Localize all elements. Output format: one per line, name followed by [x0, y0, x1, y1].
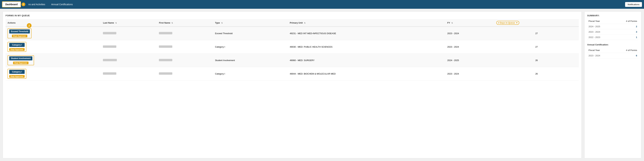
forms-link[interactable]: 3 [636, 31, 637, 33]
nav-item-certifications[interactable]: Annual Certifications [48, 2, 76, 7]
summary-fy: 2022 - 2023 [587, 35, 613, 40]
col-actions: Actions [6, 19, 101, 27]
days-cell: 27 [494, 40, 579, 54]
queue-title: FORMS IN MY QUEUE [6, 14, 579, 17]
annual-fy: 2023 - 2024 [587, 53, 613, 58]
blurred-first-name [159, 45, 172, 48]
action-badge: Dept Approver [13, 62, 28, 64]
fy-cell: 2023 - 2024 [445, 27, 494, 40]
fy-cell: 2023 - 2024 [445, 40, 494, 54]
annotation-circle-2: 2 [27, 23, 32, 28]
summary-col-forms: # of Forms [613, 19, 638, 24]
table-row: Category IDept ApproverCategory I49044 -… [6, 67, 579, 80]
type-cell: Exceed Threshold [213, 27, 288, 40]
type-cell: Category I [213, 40, 288, 54]
last-name-cell [101, 40, 157, 54]
fy-cell: 2023 - 2024 [445, 67, 494, 80]
action-button[interactable]: Category I [9, 70, 25, 74]
blurred-first-name [159, 72, 172, 75]
action-button[interactable]: Exceed Threshold [9, 29, 30, 33]
sort-firstname-icon: ⇅ [172, 22, 173, 24]
first-name-cell [157, 27, 213, 40]
annual-col-fy: Fiscal Year [587, 48, 613, 53]
annual-row: 2023 - 20246 [587, 53, 638, 58]
unit-cell: 49044 - MED: BIOCHEM & MOLECULAR MED [288, 67, 445, 80]
summary-col-fy: Fiscal Year [587, 19, 613, 24]
blurred-first-name [159, 59, 172, 61]
action-badge: Dept Approver [9, 75, 25, 78]
annual-cert-table: Fiscal Year # of Forms 2023 - 20246 [587, 48, 638, 58]
unit-cell: 49231 - MED INT MED-INFECTIOUS DISEASE [288, 27, 445, 40]
annual-cert-title: Annual Certification: [587, 43, 638, 46]
col-last-name[interactable]: Last Name ⇅ [101, 19, 157, 27]
table-row: Student InvolvementDept ApproverStudent … [6, 54, 579, 67]
sort-lastname-icon: ⇅ [115, 22, 117, 24]
nav-item-dashboard[interactable]: Dashboard [2, 1, 21, 8]
summary-title: SUMMARY: [587, 14, 638, 17]
summary-fy: 2023 - 2024 [587, 29, 613, 35]
summary-forms-table: Fiscal Year # of Forms 2024 - 202522023 … [587, 19, 638, 40]
table-row: Exceed ThresholdDept ApproverExceed Thre… [6, 27, 579, 40]
summary-forms[interactable]: 3 [613, 29, 638, 35]
action-cell: Category IDept Approver [6, 40, 101, 54]
days-header-highlight: # Days in Queue [496, 21, 519, 25]
header: Dashboard 1 ns and Activities Annual Cer… [0, 0, 644, 9]
action-button[interactable]: Category I [9, 43, 25, 47]
annual-header: Fiscal Year # of Forms [587, 48, 638, 53]
sort-fy-icon: ⇅ [452, 22, 453, 24]
blurred-last-name [103, 72, 116, 75]
col-type[interactable]: Type ⇅ [213, 19, 288, 27]
action-cell: Category IDept Approver [6, 67, 101, 80]
days-cell: 26 [494, 54, 579, 67]
action-button[interactable]: Student Involvement [9, 56, 32, 60]
fy-cell: 2024 - 2025 [445, 54, 494, 67]
nav-bar: Dashboard 1 ns and Activities Annual Cer… [2, 1, 625, 8]
table-header-row: Actions Last Name ⇅ First Name ⇅ Type ⇅ … [6, 19, 579, 27]
days-cell: 26 [494, 67, 579, 80]
annual-col-forms: # of Forms [613, 48, 638, 53]
annual-forms-link[interactable]: 6 [636, 54, 637, 57]
action-cell: Student InvolvementDept Approver [6, 54, 101, 67]
col-fy[interactable]: FY ⇅ [445, 19, 494, 27]
col-first-name[interactable]: First Name ⇅ [157, 19, 213, 27]
summary-forms[interactable]: 1 [613, 35, 638, 40]
summary-forms-header: Fiscal Year # of Forms [587, 19, 638, 24]
blurred-last-name [103, 59, 117, 61]
nav-item-activities[interactable]: ns and Activities [25, 2, 48, 7]
forms-link[interactable]: 1 [636, 36, 637, 39]
annual-forms[interactable]: 6 [613, 53, 638, 58]
type-cell: Category I [213, 67, 288, 80]
left-panel: FORMS IN MY QUEUE Actions Last Name ⇅ Fi… [3, 12, 582, 158]
sort-type-icon: ⇅ [221, 22, 222, 24]
nav-badge-1: 1 [22, 3, 25, 6]
unit-cell: 49030 - MED: PUBLIC HEALTH SCIENCES [288, 40, 445, 54]
first-name-cell [157, 54, 213, 67]
col-days-in-queue[interactable]: # Days in Queue [494, 19, 579, 27]
blurred-last-name [103, 32, 116, 34]
summary-forms[interactable]: 2 [613, 24, 638, 29]
nav-item-activities-wrapper: 1 ns and Activities [21, 2, 48, 7]
action-badge: Dept Approver [9, 48, 25, 51]
summary-row: 2024 - 20252 [587, 24, 638, 29]
action-badge: Dept Approver [12, 35, 27, 37]
summary-fy: 2024 - 2025 [587, 24, 613, 29]
col-primary-unit[interactable]: Primary Unit ⇅ [288, 19, 445, 27]
blurred-last-name [103, 45, 116, 48]
notifications-button[interactable]: Notifications [625, 2, 642, 7]
forms-link[interactable]: 2 [636, 25, 637, 28]
sort-days-icon [516, 22, 518, 23]
first-name-cell [157, 67, 213, 80]
type-cell: Student Involvement [213, 54, 288, 67]
last-name-cell [101, 27, 157, 40]
main-container: FORMS IN MY QUEUE Actions Last Name ⇅ Fi… [0, 9, 644, 161]
table-row: Category IDept ApproverCategory I49030 -… [6, 40, 579, 54]
first-name-cell [157, 40, 213, 54]
days-cell: 27 [494, 27, 579, 40]
days-label: # Days in Queue [498, 22, 515, 24]
queue-table: Actions Last Name ⇅ First Name ⇅ Type ⇅ … [6, 19, 579, 80]
sort-unit-icon: ⇅ [304, 22, 306, 24]
last-name-cell [101, 54, 157, 67]
blurred-first-name [159, 32, 172, 34]
summary-row: 2023 - 20243 [587, 29, 638, 35]
right-panel: SUMMARY: Fiscal Year # of Forms 2024 - 2… [584, 12, 641, 158]
